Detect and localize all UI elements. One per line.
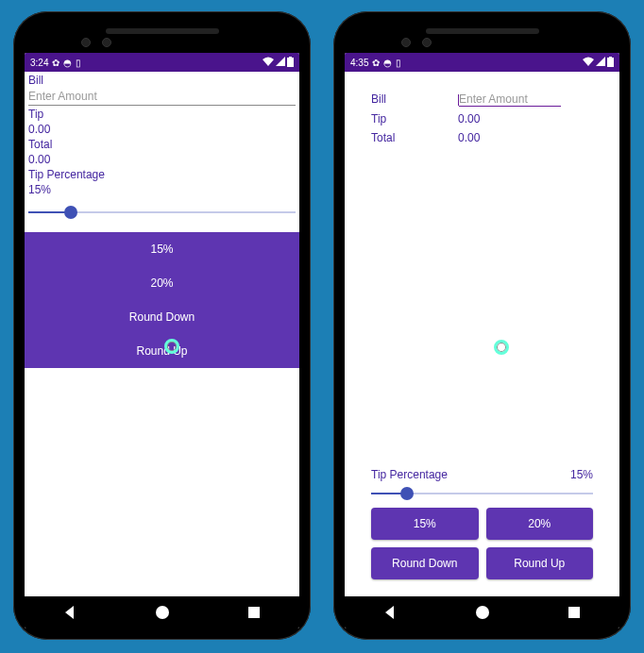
- phone-frame-right: 4:35 ✿ ◓ ▯ Bill: [333, 11, 631, 640]
- total-value: 0.00: [25, 151, 299, 166]
- slider-thumb[interactable]: [64, 206, 77, 219]
- svg-rect-0: [287, 58, 294, 67]
- tip-15-button[interactable]: 15%: [25, 232, 299, 266]
- wifi-icon: [263, 57, 274, 68]
- camera-dot-icon: [422, 38, 432, 47]
- status-bar: 3:24 ✿ ◓ ▯: [25, 53, 299, 72]
- tip-percentage-value: 15%: [570, 468, 593, 481]
- nav-recent-button[interactable]: [248, 607, 260, 618]
- touch-indicator-icon: [494, 340, 509, 355]
- status-bar: 4:35 ✿ ◓ ▯: [345, 53, 619, 72]
- tip-slider[interactable]: [371, 483, 593, 502]
- nav-bar: [345, 596, 619, 628]
- nav-bar: [25, 596, 299, 628]
- svg-rect-1: [289, 57, 292, 58]
- round-up-button[interactable]: Round Up: [25, 334, 299, 368]
- signal-icon: [596, 57, 605, 68]
- svg-rect-2: [607, 58, 614, 67]
- battery-icon: [287, 57, 294, 69]
- tip-label: Tip: [371, 112, 458, 126]
- tip-percentage-label: Tip Percentage: [371, 468, 448, 481]
- content-right: Bill Tip 0.00 Total 0.00 Tip Percentage …: [345, 72, 619, 596]
- tip-percentage-label: Tip Percentage: [25, 166, 299, 181]
- slider-thumb[interactable]: [400, 487, 414, 500]
- tip-20-button[interactable]: 20%: [25, 266, 299, 300]
- tip-20-button[interactable]: 20%: [486, 508, 594, 540]
- camera-dot-icon: [102, 38, 111, 47]
- status-time: 3:24: [30, 58, 48, 68]
- amount-input[interactable]: [459, 92, 561, 107]
- amount-input[interactable]: [28, 88, 296, 106]
- total-value: 0.00: [458, 131, 593, 144]
- svg-rect-3: [609, 57, 612, 58]
- round-up-button[interactable]: Round Up: [486, 547, 594, 579]
- round-down-button[interactable]: Round Down: [371, 547, 479, 579]
- nav-back-button[interactable]: [64, 606, 77, 619]
- button-panel: 15% 20% Round Down Round Up: [25, 232, 299, 368]
- screen-left: 3:24 ✿ ◓ ▯ Bill Tip 0.00 To: [25, 53, 299, 628]
- bill-label: Bill: [371, 92, 458, 107]
- content-left: Bill Tip 0.00 Total 0.00 Tip Percentage …: [25, 72, 299, 596]
- status-time: 4:35: [350, 58, 368, 68]
- nav-recent-button[interactable]: [568, 607, 580, 618]
- shield-icon: ◓: [383, 58, 392, 68]
- camera-dot-icon: [81, 38, 91, 47]
- nav-home-button[interactable]: [156, 606, 169, 619]
- tip-15-button[interactable]: 15%: [371, 508, 479, 540]
- phone-frame-left: 3:24 ✿ ◓ ▯ Bill Tip 0.00 To: [13, 11, 311, 640]
- tip-percentage-value: 15%: [25, 181, 299, 196]
- round-down-button[interactable]: Round Down: [25, 300, 299, 334]
- touch-indicator-icon: [164, 339, 179, 354]
- tip-slider[interactable]: [28, 202, 296, 223]
- nav-back-button[interactable]: [384, 606, 398, 619]
- gear-icon: ✿: [372, 58, 380, 68]
- shield-icon: ◓: [63, 58, 72, 68]
- tip-value: 0.00: [458, 112, 593, 126]
- signal-icon: [276, 57, 285, 68]
- total-label: Total: [25, 136, 299, 151]
- wifi-icon: [583, 57, 594, 68]
- camera-dot-icon: [401, 38, 411, 47]
- nav-home-button[interactable]: [476, 606, 489, 619]
- total-label: Total: [371, 131, 458, 144]
- gear-icon: ✿: [52, 58, 59, 68]
- tip-value: 0.00: [25, 121, 299, 136]
- card-icon: ▯: [396, 58, 401, 68]
- battery-icon: [607, 57, 614, 69]
- tip-label: Tip: [25, 106, 299, 121]
- card-icon: ▯: [76, 58, 81, 68]
- screen-right: 4:35 ✿ ◓ ▯ Bill: [345, 53, 619, 628]
- bill-label: Bill: [25, 72, 299, 87]
